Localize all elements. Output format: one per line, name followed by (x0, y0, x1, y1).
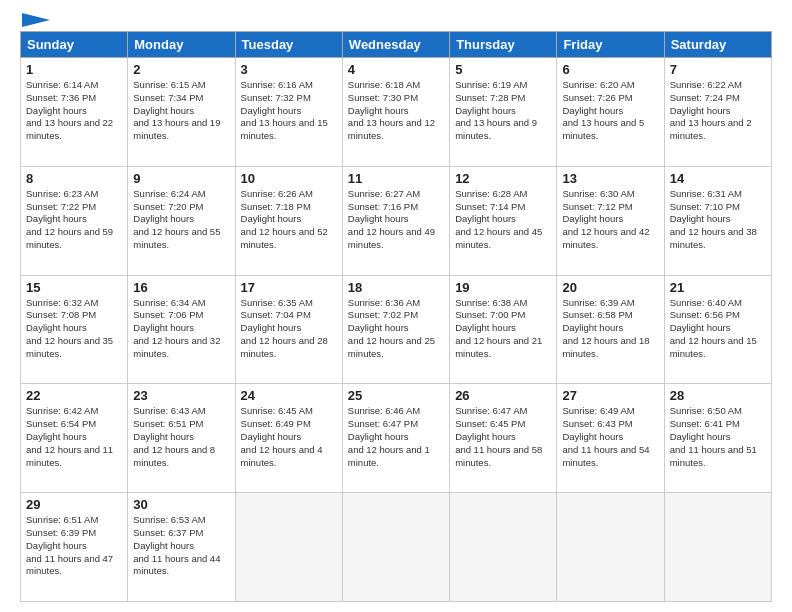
calendar-week-row: 1 Sunrise: 6:14 AM Sunset: 7:36 PM Dayli… (21, 58, 772, 167)
day-info: Sunrise: 6:34 AM Sunset: 7:06 PM Dayligh… (133, 297, 229, 361)
day-info: Sunrise: 6:51 AM Sunset: 6:39 PM Dayligh… (26, 514, 122, 578)
day-number: 19 (455, 280, 551, 295)
header (20, 15, 772, 23)
day-info: Sunrise: 6:38 AM Sunset: 7:00 PM Dayligh… (455, 297, 551, 361)
day-number: 20 (562, 280, 658, 295)
calendar-table: Sunday Monday Tuesday Wednesday Thursday… (20, 31, 772, 602)
header-sunday: Sunday (21, 32, 128, 58)
day-number: 18 (348, 280, 444, 295)
table-row: 20 Sunrise: 6:39 AM Sunset: 6:58 PM Dayl… (557, 275, 664, 384)
day-info: Sunrise: 6:30 AM Sunset: 7:12 PM Dayligh… (562, 188, 658, 252)
day-info: Sunrise: 6:47 AM Sunset: 6:45 PM Dayligh… (455, 405, 551, 469)
day-number: 11 (348, 171, 444, 186)
day-number: 3 (241, 62, 337, 77)
day-info: Sunrise: 6:35 AM Sunset: 7:04 PM Dayligh… (241, 297, 337, 361)
table-row: 29 Sunrise: 6:51 AM Sunset: 6:39 PM Dayl… (21, 493, 128, 602)
day-number: 24 (241, 388, 337, 403)
day-info: Sunrise: 6:46 AM Sunset: 6:47 PM Dayligh… (348, 405, 444, 469)
day-number: 4 (348, 62, 444, 77)
table-row (664, 493, 771, 602)
calendar-week-row: 8 Sunrise: 6:23 AM Sunset: 7:22 PM Dayli… (21, 166, 772, 275)
day-number: 30 (133, 497, 229, 512)
table-row (557, 493, 664, 602)
table-row: 26 Sunrise: 6:47 AM Sunset: 6:45 PM Dayl… (450, 384, 557, 493)
header-saturday: Saturday (664, 32, 771, 58)
day-number: 5 (455, 62, 551, 77)
day-info: Sunrise: 6:53 AM Sunset: 6:37 PM Dayligh… (133, 514, 229, 578)
day-info: Sunrise: 6:42 AM Sunset: 6:54 PM Dayligh… (26, 405, 122, 469)
day-number: 13 (562, 171, 658, 186)
day-number: 9 (133, 171, 229, 186)
day-number: 21 (670, 280, 766, 295)
day-info: Sunrise: 6:15 AM Sunset: 7:34 PM Dayligh… (133, 79, 229, 143)
table-row: 24 Sunrise: 6:45 AM Sunset: 6:49 PM Dayl… (235, 384, 342, 493)
svg-marker-0 (22, 13, 50, 27)
day-info: Sunrise: 6:24 AM Sunset: 7:20 PM Dayligh… (133, 188, 229, 252)
day-info: Sunrise: 6:49 AM Sunset: 6:43 PM Dayligh… (562, 405, 658, 469)
day-info: Sunrise: 6:31 AM Sunset: 7:10 PM Dayligh… (670, 188, 766, 252)
table-row (342, 493, 449, 602)
day-number: 2 (133, 62, 229, 77)
day-info: Sunrise: 6:50 AM Sunset: 6:41 PM Dayligh… (670, 405, 766, 469)
day-number: 25 (348, 388, 444, 403)
table-row: 1 Sunrise: 6:14 AM Sunset: 7:36 PM Dayli… (21, 58, 128, 167)
table-row: 11 Sunrise: 6:27 AM Sunset: 7:16 PM Dayl… (342, 166, 449, 275)
table-row: 10 Sunrise: 6:26 AM Sunset: 7:18 PM Dayl… (235, 166, 342, 275)
day-info: Sunrise: 6:14 AM Sunset: 7:36 PM Dayligh… (26, 79, 122, 143)
day-info: Sunrise: 6:18 AM Sunset: 7:30 PM Dayligh… (348, 79, 444, 143)
calendar-page: Sunday Monday Tuesday Wednesday Thursday… (0, 0, 792, 612)
day-info: Sunrise: 6:22 AM Sunset: 7:24 PM Dayligh… (670, 79, 766, 143)
weekday-header-row: Sunday Monday Tuesday Wednesday Thursday… (21, 32, 772, 58)
day-number: 12 (455, 171, 551, 186)
day-number: 10 (241, 171, 337, 186)
table-row: 17 Sunrise: 6:35 AM Sunset: 7:04 PM Dayl… (235, 275, 342, 384)
day-info: Sunrise: 6:19 AM Sunset: 7:28 PM Dayligh… (455, 79, 551, 143)
calendar-week-row: 22 Sunrise: 6:42 AM Sunset: 6:54 PM Dayl… (21, 384, 772, 493)
table-row: 16 Sunrise: 6:34 AM Sunset: 7:06 PM Dayl… (128, 275, 235, 384)
table-row: 8 Sunrise: 6:23 AM Sunset: 7:22 PM Dayli… (21, 166, 128, 275)
day-info: Sunrise: 6:43 AM Sunset: 6:51 PM Dayligh… (133, 405, 229, 469)
day-info: Sunrise: 6:28 AM Sunset: 7:14 PM Dayligh… (455, 188, 551, 252)
table-row: 13 Sunrise: 6:30 AM Sunset: 7:12 PM Dayl… (557, 166, 664, 275)
day-number: 26 (455, 388, 551, 403)
table-row: 30 Sunrise: 6:53 AM Sunset: 6:37 PM Dayl… (128, 493, 235, 602)
day-number: 27 (562, 388, 658, 403)
table-row: 28 Sunrise: 6:50 AM Sunset: 6:41 PM Dayl… (664, 384, 771, 493)
table-row: 5 Sunrise: 6:19 AM Sunset: 7:28 PM Dayli… (450, 58, 557, 167)
day-number: 16 (133, 280, 229, 295)
header-wednesday: Wednesday (342, 32, 449, 58)
table-row: 21 Sunrise: 6:40 AM Sunset: 6:56 PM Dayl… (664, 275, 771, 384)
header-thursday: Thursday (450, 32, 557, 58)
header-tuesday: Tuesday (235, 32, 342, 58)
table-row: 18 Sunrise: 6:36 AM Sunset: 7:02 PM Dayl… (342, 275, 449, 384)
day-number: 23 (133, 388, 229, 403)
day-number: 29 (26, 497, 122, 512)
table-row: 6 Sunrise: 6:20 AM Sunset: 7:26 PM Dayli… (557, 58, 664, 167)
calendar-week-row: 15 Sunrise: 6:32 AM Sunset: 7:08 PM Dayl… (21, 275, 772, 384)
header-monday: Monday (128, 32, 235, 58)
table-row: 25 Sunrise: 6:46 AM Sunset: 6:47 PM Dayl… (342, 384, 449, 493)
day-number: 6 (562, 62, 658, 77)
table-row (450, 493, 557, 602)
day-info: Sunrise: 6:45 AM Sunset: 6:49 PM Dayligh… (241, 405, 337, 469)
table-row: 9 Sunrise: 6:24 AM Sunset: 7:20 PM Dayli… (128, 166, 235, 275)
table-row: 27 Sunrise: 6:49 AM Sunset: 6:43 PM Dayl… (557, 384, 664, 493)
day-info: Sunrise: 6:26 AM Sunset: 7:18 PM Dayligh… (241, 188, 337, 252)
table-row: 15 Sunrise: 6:32 AM Sunset: 7:08 PM Dayl… (21, 275, 128, 384)
day-info: Sunrise: 6:16 AM Sunset: 7:32 PM Dayligh… (241, 79, 337, 143)
table-row: 22 Sunrise: 6:42 AM Sunset: 6:54 PM Dayl… (21, 384, 128, 493)
day-number: 7 (670, 62, 766, 77)
table-row: 23 Sunrise: 6:43 AM Sunset: 6:51 PM Dayl… (128, 384, 235, 493)
day-number: 1 (26, 62, 122, 77)
day-number: 14 (670, 171, 766, 186)
day-info: Sunrise: 6:40 AM Sunset: 6:56 PM Dayligh… (670, 297, 766, 361)
table-row: 7 Sunrise: 6:22 AM Sunset: 7:24 PM Dayli… (664, 58, 771, 167)
logo-icon (22, 13, 50, 27)
day-info: Sunrise: 6:32 AM Sunset: 7:08 PM Dayligh… (26, 297, 122, 361)
header-friday: Friday (557, 32, 664, 58)
day-number: 8 (26, 171, 122, 186)
calendar-week-row: 29 Sunrise: 6:51 AM Sunset: 6:39 PM Dayl… (21, 493, 772, 602)
table-row: 19 Sunrise: 6:38 AM Sunset: 7:00 PM Dayl… (450, 275, 557, 384)
table-row: 12 Sunrise: 6:28 AM Sunset: 7:14 PM Dayl… (450, 166, 557, 275)
logo (20, 15, 50, 23)
